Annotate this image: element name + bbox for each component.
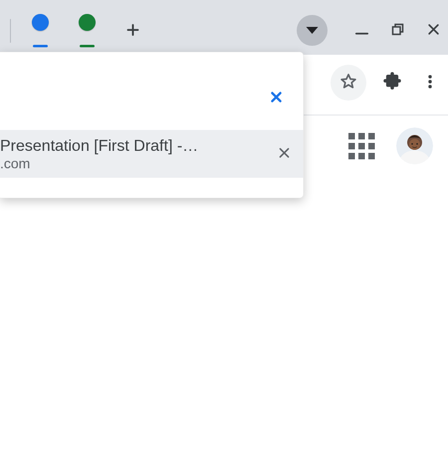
close-icon: [269, 97, 283, 106]
tab-search-result-text: Presentation [First Draft] -… .com: [0, 136, 267, 172]
circle-icon: [79, 14, 96, 31]
tab-group-underline: [33, 45, 48, 47]
bookmark-star-button[interactable]: [331, 65, 366, 101]
extensions-button[interactable]: [380, 71, 404, 95]
svg-point-2: [429, 80, 432, 84]
tab-group-dot-green[interactable]: [65, 14, 110, 47]
tab-strip: [0, 14, 145, 47]
window-close-button[interactable]: [423, 20, 444, 41]
toolbar-right-controls: [331, 65, 442, 101]
svg-rect-0: [393, 27, 400, 34]
tab-search-button[interactable]: [297, 15, 328, 46]
browser-titlebar: [0, 0, 448, 55]
dropdown-close-button[interactable]: [269, 90, 283, 106]
puzzle-icon: [382, 71, 403, 94]
tab-search-result-url: .com: [0, 156, 267, 172]
close-icon: [426, 22, 441, 39]
avatar-icon: [396, 127, 433, 164]
svg-point-10: [416, 143, 418, 144]
account-avatar[interactable]: [396, 127, 433, 164]
window-minimize-button[interactable]: [351, 20, 372, 41]
new-tab-button[interactable]: [120, 18, 145, 43]
more-vert-icon: [422, 73, 439, 92]
tab-search-result[interactable]: Presentation [First Draft] -… .com: [0, 130, 303, 178]
tab-group-separator: [10, 19, 11, 43]
tab-search-dropdown: Presentation [First Draft] -… .com: [0, 52, 304, 198]
svg-point-9: [411, 143, 413, 144]
minimize-icon: [353, 21, 370, 40]
browser-menu-button[interactable]: [418, 71, 442, 95]
prev-tab-close-fragment[interactable]: [0, 19, 5, 43]
titlebar-right-controls: [297, 15, 444, 46]
caret-down-icon: [306, 27, 318, 34]
apps-grid-icon: [348, 133, 375, 159]
tab-search-result-close[interactable]: [277, 146, 291, 162]
svg-point-3: [429, 85, 432, 89]
google-apps-button[interactable]: [349, 134, 373, 158]
header-right-controls: [349, 127, 433, 164]
svg-point-8: [409, 139, 420, 150]
window-restore-button[interactable]: [387, 20, 408, 41]
star-icon: [338, 72, 358, 94]
tab-group-underline: [80, 45, 95, 47]
restore-icon: [390, 22, 405, 39]
tab-group-dot-blue[interactable]: [18, 14, 63, 47]
circle-icon: [32, 14, 49, 31]
plus-icon: [125, 22, 140, 39]
svg-point-1: [429, 75, 432, 79]
tab-search-result-title: Presentation [First Draft] -…: [0, 136, 267, 155]
close-icon: [277, 153, 291, 161]
